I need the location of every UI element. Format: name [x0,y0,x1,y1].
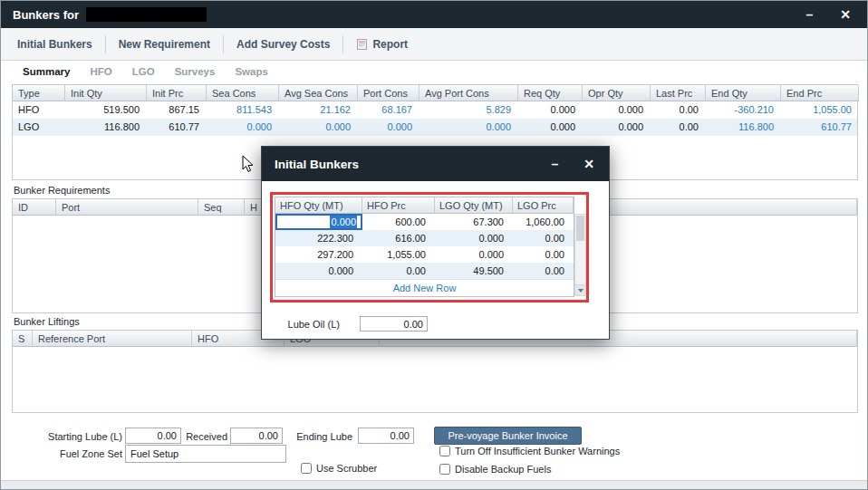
cell-init-prc: 610.77 [147,119,207,136]
column-header-avg-sea-cons[interactable]: Avg Sea Cons [279,85,358,101]
window-title: Bunkers for [13,8,79,22]
window-controls: – ✕ [805,8,851,21]
grid-scrollbar[interactable] [574,214,586,296]
turn-off-warnings-checkbox-row: Turn Off Insufficient Bunker Warnings [439,446,620,456]
fuel-zone-set-dropdown[interactable]: Fuel Setup [125,445,286,463]
column-header-init-qty[interactable]: Init Qty [65,85,147,101]
toolbar-initial-bunkers[interactable]: Initial Bunkers [5,35,105,53]
cell-sea-cons: 811.543 [207,101,279,119]
column-header-type[interactable]: Type [13,85,65,101]
tab-lgo[interactable]: LGO [132,66,155,77]
cell-end-prc: 1,055.00 [781,101,859,119]
tab-bar: Summary HFO LGO Surveys Swaps [23,66,268,77]
cell-lgo-prc[interactable]: 0.00 [513,246,574,263]
close-icon[interactable]: ✕ [840,8,851,21]
column-header-reference-port[interactable]: Reference Port [33,331,192,347]
tab-swaps[interactable]: Swaps [235,66,267,77]
cell-last-prc: 0.00 [651,101,706,119]
cell-type: LGO [13,119,65,136]
cell-hfo-prc[interactable]: 600.00 [362,214,435,230]
disable-backup-fuels-checkbox[interactable] [439,464,450,475]
cell-lgo-prc[interactable]: 1,060.00 [513,214,574,230]
column-header-req-qty[interactable]: Req Qty [518,85,583,101]
cell-end-qty: 116.800 [706,119,781,136]
fuel-zone-set-label: Fuel Zone Set [55,448,122,459]
tab-summary[interactable]: Summary [23,66,70,77]
cell-lgo-qty[interactable]: 0.000 [435,230,513,246]
cell-type: HFO [13,101,65,119]
lube-oil-input[interactable] [360,316,428,331]
redacted-vessel-name [86,7,207,22]
cell-req-qty: 0.000 [518,119,583,136]
column-header-sea-cons[interactable]: Sea Cons [207,85,279,101]
dialog-titlebar: Initial Bunkers – ✕ [262,147,609,181]
add-new-row-link[interactable]: Add New Row [275,279,574,296]
cell-opr-qty: 0.000 [583,101,651,119]
column-header-avg-port-cons[interactable]: Avg Port Cons [420,85,518,101]
turn-off-warnings-checkbox[interactable] [439,446,450,456]
scrollbar-down-arrow-icon[interactable] [575,284,585,295]
bunkers-window: Bunkers for – ✕ Initial Bunkers New Requ… [0,0,868,490]
cell-lgo-prc[interactable]: 0.00 [513,230,574,246]
dialog-minimize-icon[interactable]: – [551,158,558,170]
column-header-port-cons[interactable]: Port Cons [358,85,420,101]
initial-bunkers-grid: HFO Qty (MT) HFO Prc LGO Qty (MT) LGO Pr… [275,197,574,297]
cell-hfo-qty[interactable]: 0.000 [275,263,362,279]
cell-lgo-qty[interactable]: 67.300 [435,214,513,230]
toolbar-new-requirement-label: New Requirement [119,38,210,51]
column-header-port[interactable]: Port [56,199,198,216]
cell-last-prc: 0.00 [651,119,706,136]
cell-avg-sea-cons: 21.162 [279,101,358,119]
cell-hfo-qty[interactable]: 222.300 [275,230,362,246]
cell-hfo-prc[interactable]: 616.00 [362,230,435,246]
column-header-seq[interactable]: Seq [198,199,245,216]
toolbar: Initial Bunkers New Requirement Add Surv… [1,28,867,61]
pre-voyage-bunker-invoice-button[interactable]: Pre-voyage Bunker Invoice [434,427,582,445]
cell-lgo-qty[interactable]: 0.000 [435,246,513,263]
column-header-hfo-qty[interactable]: HFO Qty (MT) [275,197,362,214]
toolbar-initial-bunkers-label: Initial Bunkers [17,38,92,51]
summary-header-row: Type Init Qty Init Prc Sea Cons Avg Sea … [13,85,857,101]
dialog-close-icon[interactable]: ✕ [583,158,594,170]
grid-row: 0.000 600.00 67.300 1,060.00 [275,214,574,230]
cell-end-qty: -360.210 [706,101,781,119]
starting-lube-label: Starting Lube (L) [37,431,122,442]
column-header-opr-qty[interactable]: Opr Qty [583,85,651,101]
ending-lube-input[interactable] [358,428,414,444]
toolbar-add-survey-costs[interactable]: Add Survey Costs [223,35,342,53]
toolbar-new-requirement[interactable]: New Requirement [105,35,223,53]
use-scrubber-checkbox[interactable] [301,463,312,474]
received-input[interactable] [230,428,283,444]
column-header-lgo-qty[interactable]: LGO Qty (MT) [435,197,513,214]
tab-hfo[interactable]: HFO [90,66,111,77]
tab-surveys[interactable]: Surveys [175,66,216,77]
column-header-id[interactable]: ID [13,199,56,216]
column-header-init-prc[interactable]: Init Prc [147,85,207,101]
use-scrubber-label: Use Scrubber [316,463,377,474]
disable-backup-fuels-checkbox-row: Disable Backup Fuels [439,464,551,475]
column-header-end-qty[interactable]: End Qty [706,85,781,101]
column-header-s[interactable]: S [13,331,33,347]
cell-sea-cons: 0.000 [207,119,279,136]
scrollbar-thumb[interactable] [576,216,584,241]
cell-hfo-prc[interactable]: 1,055.00 [362,246,435,263]
cell-hfo-prc[interactable]: 0.00 [362,263,435,279]
cell-req-qty: 0.000 [518,101,583,119]
grid-row: 222.300 616.00 0.000 0.00 [275,230,574,246]
window-bottom-edge [1,480,867,489]
toolbar-report[interactable]: Report [342,35,420,53]
editing-cell[interactable]: 0.000 [275,214,362,230]
starting-lube-input[interactable] [125,428,181,444]
cell-lgo-prc[interactable]: 0.00 [513,263,574,279]
disable-backup-fuels-label: Disable Backup Fuels [455,464,551,475]
cell-avg-port-cons: 0.000 [420,119,518,136]
cell-init-qty: 519.500 [65,101,147,119]
column-header-last-prc[interactable]: Last Prc [651,85,706,101]
column-header-end-prc[interactable]: End Prc [781,85,859,101]
column-header-hfo-prc[interactable]: HFO Prc [362,197,435,214]
cell-lgo-qty[interactable]: 49.500 [435,263,513,279]
use-scrubber-checkbox-row: Use Scrubber [301,463,377,474]
cell-hfo-qty[interactable]: 297.200 [275,246,362,263]
column-header-lgo-prc[interactable]: LGO Prc [513,197,574,214]
minimize-icon[interactable]: – [805,8,813,21]
